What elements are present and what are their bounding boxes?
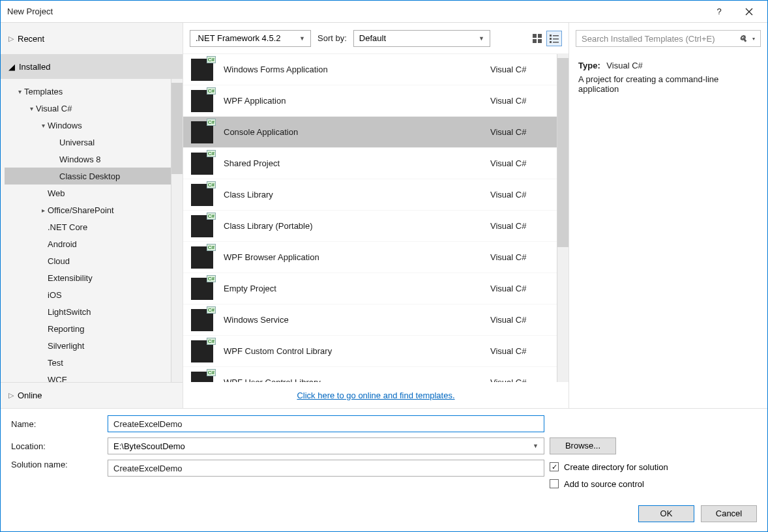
cancel-button[interactable]: Cancel — [701, 505, 757, 522]
template-list[interactable]: Windows Forms ApplicationVisual C#WPF Ap… — [183, 54, 557, 382]
solution-name-input[interactable] — [108, 460, 544, 477]
center-panel: .NET Framework 4.5.2 ▼ Sort by: Default … — [183, 23, 569, 408]
tree-item[interactable]: Cloud — [5, 252, 171, 269]
tree-item[interactable]: ▾Templates — [5, 83, 171, 100]
template-name: Shared Project — [224, 158, 480, 168]
search-icon: 🔍︎ — [739, 34, 747, 44]
template-row[interactable]: Class Library (Portable)Visual C# — [183, 211, 557, 242]
online-templates-link[interactable]: Click here to go online and find templat… — [297, 391, 454, 400]
svg-rect-8 — [550, 41, 552, 43]
tree-item[interactable]: LightSwitch — [5, 303, 171, 320]
left-section-online[interactable]: ▷ Online — [1, 382, 183, 408]
project-name-input[interactable] — [108, 415, 544, 432]
tree-item[interactable]: Web — [5, 185, 171, 201]
tree-item-label: Visual C# — [36, 104, 72, 113]
template-name: Class Library — [224, 190, 480, 200]
close-button[interactable] — [740, 4, 758, 20]
tree-item[interactable]: Test — [5, 354, 171, 371]
template-row[interactable]: Shared ProjectVisual C# — [183, 148, 557, 179]
template-row[interactable]: WPF Custom Control LibraryVisual C# — [183, 336, 557, 367]
template-icon — [191, 121, 213, 143]
template-row[interactable]: WPF Browser ApplicationVisual C# — [183, 242, 557, 273]
template-icon — [191, 246, 213, 269]
template-icon — [191, 372, 213, 383]
create-directory-checkbox[interactable]: ✓ — [550, 462, 559, 471]
type-value: Visual C# — [606, 61, 642, 70]
tree-scrollbar[interactable] — [171, 79, 183, 382]
tree-item-label: Windows — [48, 121, 82, 130]
ok-button[interactable]: OK — [638, 505, 694, 522]
template-icon — [191, 90, 213, 112]
help-button[interactable]: ? — [710, 4, 728, 20]
tree-item-label: Silverlight — [48, 341, 84, 351]
template-name: WPF Application — [224, 96, 480, 106]
tree-item[interactable]: WCF — [5, 371, 171, 382]
tree-item[interactable]: Silverlight — [5, 337, 171, 354]
close-icon — [745, 8, 753, 16]
tree-item[interactable]: ▾Windows — [5, 117, 171, 134]
sort-by-label: Sort by: — [318, 33, 347, 43]
svg-rect-4 — [550, 35, 552, 37]
left-panel: ▷ Recent ◢ Installed ▾Templates▾Visual C… — [1, 23, 183, 408]
template-tree[interactable]: ▾Templates▾Visual C#▾WindowsUniversalWin… — [1, 79, 171, 382]
tree-item-label: Extensibility — [48, 273, 93, 283]
tree-item-label: LightSwitch — [48, 307, 91, 317]
tree-item-label: .NET Core — [48, 222, 87, 232]
sort-by-dropdown[interactable]: Default ▼ — [353, 30, 490, 47]
template-icon — [191, 59, 213, 81]
template-language: Visual C# — [490, 252, 549, 262]
type-label: Type: — [578, 61, 600, 70]
add-source-control-label: Add to source control — [564, 479, 644, 489]
template-scrollbar[interactable] — [557, 54, 569, 382]
template-name: Class Library (Portable) — [224, 221, 480, 231]
tree-item-label: Android — [48, 239, 77, 249]
browse-button[interactable]: Browse... — [550, 437, 616, 454]
tree-item-label: Windows 8 — [59, 155, 101, 164]
tree-item[interactable]: iOS — [5, 286, 171, 303]
template-row[interactable]: Class LibraryVisual C# — [183, 179, 557, 211]
dialog-actions: OK Cancel — [1, 496, 767, 531]
tree-item[interactable]: Reporting — [5, 320, 171, 337]
view-list-button[interactable] — [546, 31, 562, 46]
tree-item[interactable]: Extensibility — [5, 269, 171, 286]
add-source-control-checkbox[interactable] — [550, 479, 559, 488]
search-placeholder: Search Installed Templates (Ctrl+E) — [582, 34, 733, 44]
left-section-installed[interactable]: ◢ Installed — [1, 54, 183, 79]
location-dropdown[interactable]: E:\ByteScoutDemo ▼ — [108, 437, 544, 454]
tree-item[interactable]: Android — [5, 235, 171, 252]
chevron-down-icon: ▼ — [533, 443, 539, 449]
template-name: Windows Service — [224, 315, 480, 325]
chevron-down-icon: ▾ — [752, 36, 755, 42]
tree-item[interactable]: Classic Desktop — [5, 168, 171, 185]
template-row[interactable]: Windows ServiceVisual C# — [183, 304, 557, 336]
tree-item[interactable]: .NET Core — [5, 218, 171, 235]
view-large-icons-button[interactable] — [529, 31, 545, 46]
tree-item[interactable]: Windows 8 — [5, 151, 171, 168]
template-icon — [191, 309, 213, 331]
tree-scrollbar-thumb[interactable] — [171, 83, 183, 174]
tree-arrow-icon: ▾ — [27, 105, 36, 112]
project-form: Name: Location: E:\ByteScoutDemo ▼ Brows… — [1, 408, 767, 496]
template-language: Visual C# — [490, 158, 549, 168]
tree-item[interactable]: Universal — [5, 134, 171, 151]
left-section-recent[interactable]: ▷ Recent — [1, 23, 183, 54]
solution-name-label: Solution name: — [11, 460, 102, 469]
tree-item-label: Reporting — [48, 324, 84, 334]
template-row[interactable]: WPF User Control LibraryVisual C# — [183, 367, 557, 382]
template-row[interactable]: Empty ProjectVisual C# — [183, 273, 557, 304]
template-language: Visual C# — [490, 96, 549, 106]
framework-dropdown[interactable]: .NET Framework 4.5.2 ▼ — [190, 30, 311, 47]
tree-item[interactable]: ▸Office/SharePoint — [5, 201, 171, 218]
right-panel: Search Installed Templates (Ctrl+E) 🔍︎ ▾… — [569, 23, 767, 408]
tree-arrow-icon: ▾ — [15, 88, 24, 95]
template-language: Visual C# — [490, 284, 549, 293]
tree-item[interactable]: ▾Visual C# — [5, 100, 171, 117]
template-row[interactable]: Windows Forms ApplicationVisual C# — [183, 54, 557, 85]
template-scrollbar-thumb[interactable] — [557, 58, 569, 247]
search-input[interactable]: Search Installed Templates (Ctrl+E) 🔍︎ ▾ — [576, 30, 761, 47]
svg-rect-0 — [533, 34, 537, 38]
location-value: E:\ByteScoutDemo — [113, 441, 185, 451]
template-row[interactable]: WPF ApplicationVisual C# — [183, 85, 557, 117]
template-row[interactable]: Console ApplicationVisual C# — [183, 117, 557, 148]
location-label: Location: — [11, 441, 102, 451]
